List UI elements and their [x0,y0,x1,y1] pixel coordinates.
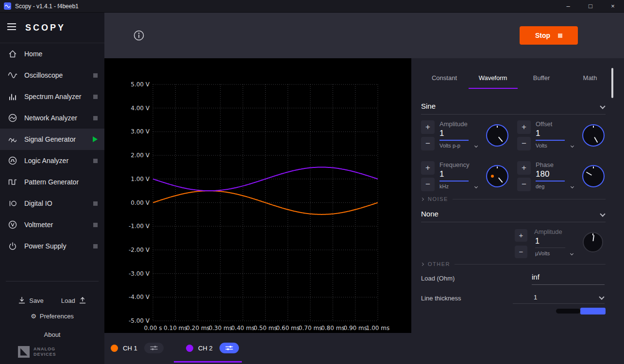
phase-value[interactable]: 180 [536,169,549,179]
generator-tabs: Constant Waveform Buffer Math [420,68,614,88]
close-button[interactable]: × [602,0,624,13]
sidebar-item-label: Home [24,50,92,58]
channel-1-tab[interactable]: CH 1 [111,343,164,353]
about-button[interactable]: About [0,331,104,338]
offset-knob[interactable] [582,124,605,147]
offset-label: Offset [536,120,552,128]
sidebar-item-spectrum-analyzer[interactable]: Spectrum Analyzer [0,86,104,107]
amplitude-label: Amplitude [439,120,468,128]
sidebar-item-voltmeter[interactable]: Voltmeter [0,214,104,235]
sidebar-item-oscilloscope[interactable]: Oscilloscope [0,65,104,86]
channel-2-tab[interactable]: CH 2 [186,343,239,353]
sidebar-item-logic-analyzer[interactable]: Logic Analyzer [0,150,104,171]
tab-waveform[interactable]: Waveform [469,68,517,88]
amplitude-increment-button[interactable]: + [421,120,435,134]
frequency-value[interactable]: 1 [439,169,444,179]
channel-1-settings-button[interactable] [144,343,164,353]
app-icon [4,2,11,10]
offset-decrement-button[interactable]: − [517,137,531,150]
signal-generator-panel: Constant Waveform Buffer Math Sine + − A… [411,58,624,333]
phase-decrement-button[interactable]: − [517,178,531,191]
phase-unit-select[interactable]: deg [536,183,573,189]
sidebar-item-digital-io[interactable]: Digital IO [0,193,104,214]
power-supply-icon [8,241,18,251]
phase-knob[interactable] [582,165,605,187]
noise-type-select[interactable]: None [421,208,606,222]
frequency-label: Frequency [439,161,469,168]
analog-devices-logo: ANALOG DEVICES [17,346,56,358]
chevron-down-icon [474,184,478,188]
amplitude-value[interactable]: 1 [439,129,444,138]
maximize-button[interactable]: □ [579,0,602,13]
phase-label: Phase [536,161,554,168]
noise-amplitude-decrement-button[interactable]: − [515,246,527,258]
frequency-increment-button[interactable]: + [421,161,435,175]
tab-math[interactable]: Math [566,68,614,88]
noise-section-header[interactable]: NOISE [421,196,606,202]
save-download-icon [17,296,26,305]
channel-2-settings-button[interactable] [219,343,239,353]
info-button[interactable] [134,30,144,41]
brand-line1: ANALOG [34,347,56,352]
offset-increment-button[interactable]: + [517,120,531,134]
signal-generator-icon [8,134,18,144]
titlebar: Scopy - v1.4.1 - f4beeb1 – □ × [0,0,624,13]
run-stop-button[interactable]: Stop [520,26,578,45]
other-section-header[interactable]: OTHER [421,261,606,267]
offset-control: + − Offset 1 Volts [517,120,607,152]
scrollbar-thumb[interactable] [611,68,613,98]
amplitude-unit-select[interactable]: Volts p-p [439,143,477,149]
phase-increment-button[interactable]: + [517,161,531,175]
svg-text:1.00 V: 1.00 V [131,176,150,182]
save-button[interactable]: Save [17,296,44,305]
amplitude-knob[interactable] [486,124,508,147]
waveform-type-select[interactable]: Sine [421,100,606,115]
noise-amplitude-increment-button[interactable]: + [515,229,527,242]
frequency-unit-select[interactable]: kHz [439,183,477,189]
noise-amplitude-value[interactable]: 1 [535,237,540,246]
minimize-button[interactable]: – [557,0,579,13]
slider-handle[interactable] [580,308,606,314]
adi-triangle-icon [17,346,30,358]
gear-icon: ⚙ [31,313,36,320]
stop-label: Stop [535,32,550,39]
svg-text:0.90 ms: 0.90 ms [343,325,367,331]
instrument-header: Stop [104,13,624,58]
sidebar-item-signal-generator[interactable]: Signal Generator [0,129,104,150]
sidebar-item-label: Power Supply [24,242,92,250]
chevron-down-icon [571,184,574,188]
frequency-knob[interactable] [486,165,508,187]
thickness-slider[interactable] [556,308,606,314]
hamburger-menu-icon[interactable] [7,23,17,33]
tab-constant[interactable]: Constant [420,68,469,88]
sidebar-item-pattern-generator[interactable]: Pattern Generator [0,171,104,193]
load-ohm-input[interactable]: inf [532,273,540,281]
sidebar-item-power-supply[interactable]: Power Supply [0,235,104,257]
preferences-button[interactable]: ⚙ Preferences [0,313,104,320]
line-thickness-value[interactable]: 1 [534,294,537,301]
stop-indicator [92,73,98,78]
sliders-icon [150,345,158,351]
home-icon [8,49,18,59]
amplitude-decrement-button[interactable]: − [421,137,435,150]
sidebar-item-network-analyzer[interactable]: Network Analyzer [0,107,104,129]
active-channel-underline [174,361,242,363]
sidebar-item-home[interactable]: Home [0,43,104,65]
noise-amplitude-knob[interactable] [583,232,603,252]
running-indicator [92,136,98,142]
stop-indicator [92,95,98,99]
load-upload-icon [78,296,87,305]
load-button[interactable]: Load [61,296,87,305]
chevron-down-icon[interactable] [599,294,604,299]
channel-1-color-dot [111,345,118,352]
offset-unit-select[interactable]: Volts [536,143,573,149]
sidebar-item-label: Oscilloscope [24,71,92,79]
sidebar-item-label: Network Analyzer [24,114,92,122]
frequency-underline [439,181,469,182]
noise-amplitude-unit-select[interactable]: µVolts [535,250,573,256]
stop-indicator [92,116,98,120]
noise-section-label: NOISE [428,196,448,202]
tab-buffer[interactable]: Buffer [517,68,566,88]
offset-value[interactable]: 1 [536,129,540,138]
frequency-decrement-button[interactable]: − [421,178,435,191]
